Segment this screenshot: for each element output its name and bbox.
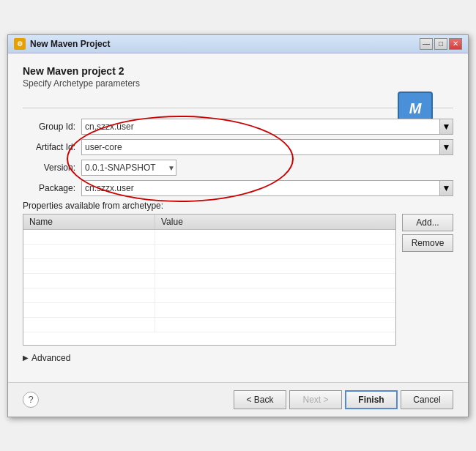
table-row <box>23 230 395 245</box>
name-cell <box>23 245 155 258</box>
name-cell <box>23 303 155 317</box>
close-button[interactable]: ✕ <box>449 38 462 50</box>
value-cell <box>155 230 395 244</box>
group-id-label: Group Id: <box>23 122 81 132</box>
table-row <box>23 318 395 332</box>
content-area: New Maven project 2 Specify Archetype pa… <box>8 53 468 382</box>
remove-button[interactable]: Remove <box>402 234 453 252</box>
window-title: New Maven Project <box>30 39 110 49</box>
cancel-button[interactable]: Cancel <box>401 390 453 409</box>
table-header: Name Value <box>23 215 395 230</box>
properties-label: Properties available from archetype: <box>23 201 453 211</box>
properties-table: Name Value <box>23 214 396 346</box>
table-row <box>23 288 395 303</box>
page-subtitle: Specify Archetype parameters <box>23 78 453 89</box>
title-bar-left: ⚙ New Maven Project <box>14 38 110 50</box>
package-row: Package: ▼ <box>23 180 453 196</box>
table-row <box>23 274 395 288</box>
name-cell <box>23 288 155 302</box>
name-cell <box>23 318 155 332</box>
version-label: Version: <box>23 163 81 173</box>
finish-button[interactable]: Finish <box>345 390 398 409</box>
window-controls: — □ ✕ <box>420 38 462 50</box>
value-cell <box>155 274 395 288</box>
footer: ? < Back Next > Finish Cancel <box>8 382 468 417</box>
main-window: ⚙ New Maven Project — □ ✕ New Maven proj… <box>7 34 469 417</box>
group-id-dropdown[interactable]: ▼ <box>440 119 453 135</box>
maximize-button[interactable]: □ <box>434 38 447 50</box>
value-cell <box>155 303 395 317</box>
column-value-header: Value <box>155 215 395 229</box>
table-row <box>23 259 395 274</box>
value-cell <box>155 245 395 258</box>
next-button[interactable]: Next > <box>289 390 342 409</box>
minimize-button[interactable]: — <box>420 38 433 50</box>
artifact-id-dropdown[interactable]: ▼ <box>440 139 453 155</box>
header-area: New Maven project 2 Specify Archetype pa… <box>23 65 453 108</box>
window-icon: ⚙ <box>14 38 26 50</box>
version-select-wrapper: 0.0.1-SNAPSHOT ▼ <box>81 160 176 176</box>
artifact-id-label: Artifact Id: <box>23 142 81 152</box>
form-area: Group Id: ▼ Artifact Id: ▼ Version: 0.0.… <box>23 119 453 201</box>
package-dropdown[interactable]: ▼ <box>440 180 453 196</box>
value-cell <box>155 288 395 302</box>
add-button[interactable]: Add... <box>402 214 453 231</box>
table-row <box>23 245 395 259</box>
package-input[interactable] <box>81 180 440 196</box>
group-id-input[interactable] <box>81 119 440 135</box>
name-cell <box>23 230 155 244</box>
name-cell <box>23 259 155 273</box>
table-body <box>23 230 395 345</box>
value-cell <box>155 318 395 332</box>
group-id-row: Group Id: ▼ <box>23 119 453 135</box>
right-buttons: Add... Remove <box>402 214 453 346</box>
package-label: Package: <box>23 183 81 193</box>
triangle-icon: ▶ <box>23 354 29 362</box>
version-select[interactable]: 0.0.1-SNAPSHOT <box>81 160 176 176</box>
table-row <box>23 303 395 318</box>
name-cell <box>23 274 155 288</box>
page-title: New Maven project 2 <box>23 65 453 77</box>
column-name-header: Name <box>23 215 155 229</box>
properties-area: Name Value <box>23 214 453 346</box>
help-button[interactable]: ? <box>23 392 39 408</box>
version-row: Version: 0.0.1-SNAPSHOT ▼ <box>23 160 453 176</box>
value-cell <box>155 259 395 273</box>
advanced-row[interactable]: ▶ Advanced <box>23 353 453 363</box>
back-button[interactable]: < Back <box>234 390 286 409</box>
artifact-id-input[interactable] <box>81 139 440 155</box>
artifact-id-row: Artifact Id: ▼ <box>23 139 453 155</box>
advanced-label: Advanced <box>31 353 70 363</box>
title-bar: ⚙ New Maven Project — □ ✕ <box>8 35 468 53</box>
